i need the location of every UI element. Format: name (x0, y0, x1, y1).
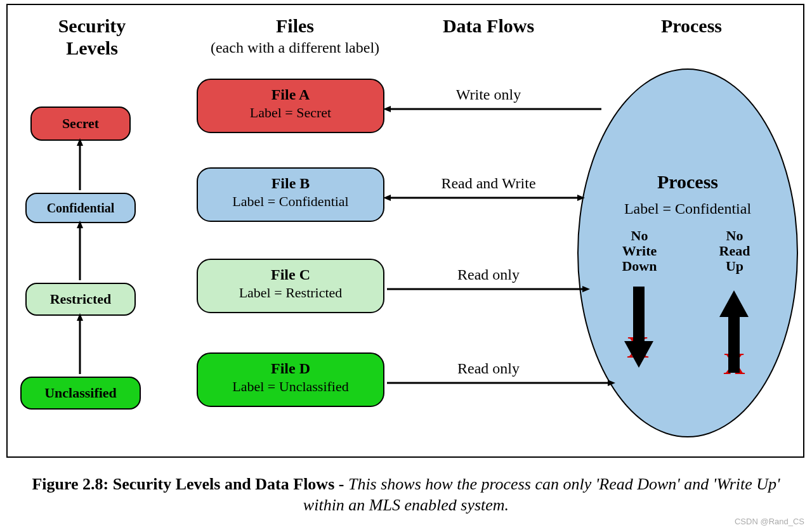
process-label: Label = Confidential (577, 200, 798, 217)
level-secret: Secret (30, 107, 131, 141)
caption-body: This shows how the process can only 'Rea… (303, 475, 780, 514)
file-b-label: Label = Confidential (198, 193, 383, 210)
figure-caption: Figure 2.8: Security Levels and Data Flo… (32, 474, 780, 515)
file-a-title: File A (198, 85, 383, 104)
caption-lead: Figure 2.8: Security Levels and Data Flo… (32, 475, 348, 493)
file-d-title: File D (198, 359, 383, 378)
file-d-label: Label = Unclassified (198, 378, 383, 396)
file-c-title: File C (198, 265, 383, 284)
header-security-levels: Security Levels (32, 15, 152, 59)
file-b: File B Label = Confidential (197, 167, 384, 222)
file-c: File C Label = Restricted (197, 259, 384, 313)
flow-label-3: Read only (419, 360, 558, 377)
process-rule-no-write-down: No Write Down (601, 228, 678, 275)
header-files: Files (216, 15, 374, 37)
x-mark-read-up: X (723, 346, 745, 381)
process-title: Process (577, 171, 798, 193)
flow-label-1: Read and Write (406, 175, 571, 192)
file-c-label: Label = Restricted (198, 284, 383, 302)
file-a: File A Label = Secret (197, 79, 384, 133)
header-data-flows: Data Flows (419, 15, 558, 37)
file-a-label: Label = Secret (198, 104, 383, 122)
file-b-title: File B (198, 174, 383, 193)
process-rule-no-read-up: No Read Up (697, 228, 773, 275)
x-mark-write-down: X (627, 330, 649, 365)
file-d: File D Label = Unclassified (197, 352, 384, 407)
header-process: Process (622, 15, 761, 37)
level-restricted: Restricted (25, 283, 136, 316)
level-unclassified: Unclassified (20, 377, 141, 410)
level-confidential: Confidential (25, 193, 136, 223)
flow-label-0: Write only (419, 86, 558, 103)
header-files-sub: (each with a different label) (190, 39, 400, 56)
watermark: CSDN @Rand_CS (735, 517, 804, 526)
flow-label-2: Read only (419, 266, 558, 283)
